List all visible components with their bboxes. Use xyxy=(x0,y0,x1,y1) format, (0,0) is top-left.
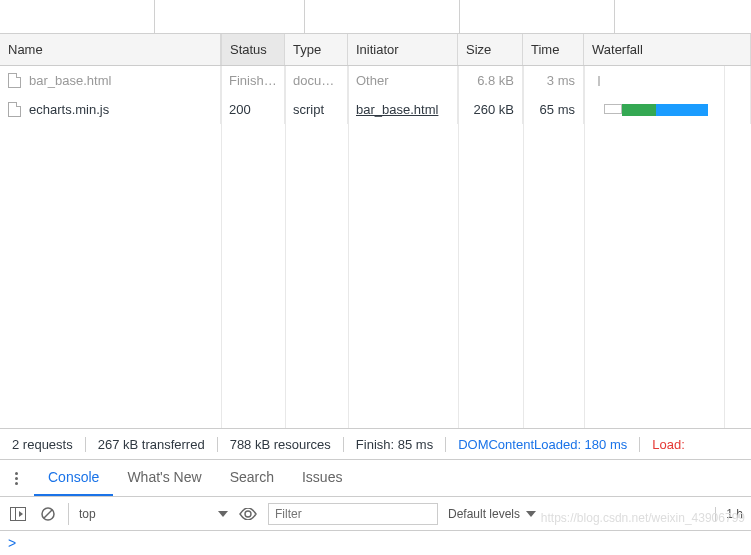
prompt-chevron-icon: > xyxy=(8,535,16,551)
context-value: top xyxy=(79,507,96,521)
overview-cell xyxy=(615,0,751,33)
cell-size: 260 kB xyxy=(458,95,523,124)
svg-rect-0 xyxy=(11,507,26,520)
overview-cell xyxy=(155,0,305,33)
summary-domcontentloaded: DOMContentLoaded: 180 ms xyxy=(446,437,640,452)
tab-console[interactable]: Console xyxy=(34,460,113,496)
header-initiator[interactable]: Initiator xyxy=(348,34,458,65)
header-waterfall[interactable]: Waterfall xyxy=(584,34,751,65)
cell-time: 3 ms xyxy=(523,66,584,95)
cell-initiator: Other xyxy=(348,66,458,95)
cell-initiator[interactable]: bar_base.html xyxy=(348,95,458,124)
initiator-link[interactable]: bar_base.html xyxy=(356,102,438,117)
svg-marker-2 xyxy=(19,511,23,517)
waterfall-tick xyxy=(598,76,600,86)
summary-finish: Finish: 85 ms xyxy=(344,437,446,452)
tab-search[interactable]: Search xyxy=(216,460,288,496)
overview-cell xyxy=(305,0,460,33)
cell-size: 6.8 kB xyxy=(458,66,523,95)
summary-requests: 2 requests xyxy=(10,437,86,452)
chevron-down-icon xyxy=(218,511,228,517)
header-name[interactable]: Name xyxy=(0,34,221,65)
summary-resources: 788 kB resources xyxy=(218,437,344,452)
filter-input[interactable] xyxy=(268,503,438,525)
overview-cell xyxy=(0,0,155,33)
summary-load: Load: xyxy=(640,437,697,452)
cell-time: 65 ms xyxy=(523,95,584,124)
table-header: Name Status Type Initiator Size Time Wat… xyxy=(0,34,751,66)
overview-band xyxy=(0,0,751,34)
summary-transferred: 267 kB transferred xyxy=(86,437,218,452)
header-status[interactable]: Status xyxy=(221,34,285,65)
levels-label: Default levels xyxy=(448,507,520,521)
waterfall-ttfb xyxy=(622,104,656,116)
header-size[interactable]: Size xyxy=(458,34,523,65)
svg-line-4 xyxy=(44,510,52,518)
cell-type: script xyxy=(285,95,348,124)
file-name: echarts.min.js xyxy=(29,102,109,117)
log-levels-selector[interactable]: Default levels xyxy=(448,507,536,521)
sidebar-toggle-icon[interactable] xyxy=(8,504,28,524)
cell-status: 200 xyxy=(221,95,285,124)
summary-bar: 2 requests 267 kB transferred 788 kB res… xyxy=(0,428,751,460)
kebab-icon[interactable] xyxy=(8,472,24,485)
rows-area: bar_base.html Finish… docu… Other 6.8 kB… xyxy=(0,66,751,428)
cell-waterfall xyxy=(584,66,751,95)
tab-issues[interactable]: Issues xyxy=(288,460,356,496)
header-time[interactable]: Time xyxy=(523,34,584,65)
cell-type: docu… xyxy=(285,66,348,95)
overview-cell xyxy=(460,0,615,33)
file-icon xyxy=(8,73,21,88)
svg-point-5 xyxy=(245,511,251,517)
console-toolbar: top Default levels 1 h xyxy=(0,497,751,531)
cell-name: echarts.min.js xyxy=(0,95,221,124)
cell-waterfall xyxy=(584,95,751,124)
context-selector[interactable]: top xyxy=(68,503,228,525)
network-table: Name Status Type Initiator Size Time Wat… xyxy=(0,34,751,428)
cell-status: Finish… xyxy=(221,66,285,95)
table-row[interactable]: echarts.min.js 200 script bar_base.html … xyxy=(0,95,751,124)
chevron-down-icon xyxy=(526,511,536,517)
waterfall-queue xyxy=(604,104,622,114)
cell-name: bar_base.html xyxy=(0,66,221,95)
drawer-tabs: Console What's New Search Issues xyxy=(0,460,751,497)
table-row[interactable]: bar_base.html Finish… docu… Other 6.8 kB… xyxy=(0,66,751,95)
svg-rect-1 xyxy=(11,507,16,520)
file-name: bar_base.html xyxy=(29,73,111,88)
clear-console-icon[interactable] xyxy=(38,504,58,524)
hidden-count[interactable]: 1 h xyxy=(715,507,743,521)
tab-whats-new[interactable]: What's New xyxy=(113,460,215,496)
console-prompt[interactable]: > xyxy=(0,531,751,555)
waterfall-download xyxy=(656,104,708,116)
file-icon xyxy=(8,102,21,117)
header-type[interactable]: Type xyxy=(285,34,348,65)
live-expression-icon[interactable] xyxy=(238,504,258,524)
